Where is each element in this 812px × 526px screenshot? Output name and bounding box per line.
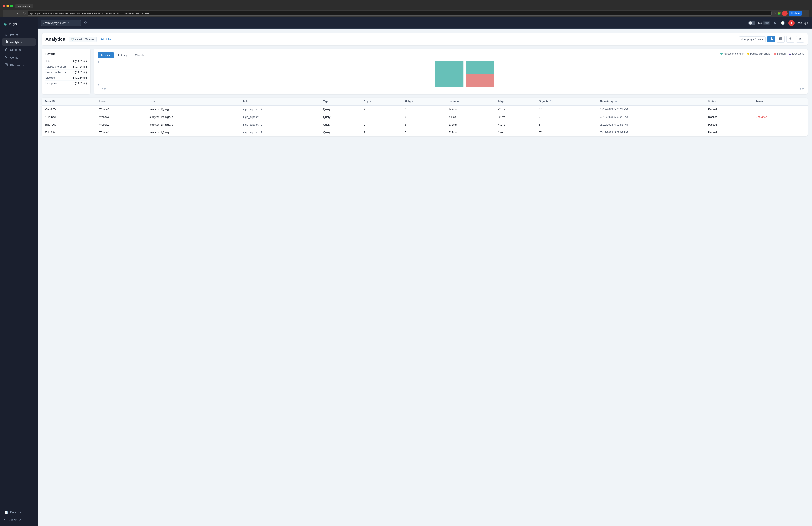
sidebar-item-playground[interactable]: Playground (2, 61, 36, 69)
col-header-status: Status (706, 98, 753, 105)
page-title: Analytics (45, 37, 65, 42)
sidebar-item-schema[interactable]: Schema (2, 46, 36, 54)
sidebar-docs-link[interactable]: 📄 Docs ↗ (2, 509, 36, 516)
browser-user-avatar: T (782, 11, 787, 16)
cell-user[interactable]: skreytor+1@inigo.io (147, 129, 240, 137)
time-filter-label: • Past 5 Minutes (75, 38, 94, 41)
cell-objects: 67 (536, 129, 597, 137)
details-label-blocked: Blocked (45, 76, 55, 79)
table-view-button[interactable] (777, 36, 785, 43)
nav-back-button[interactable]: ‹ (17, 12, 18, 15)
sidebar-slack-link[interactable]: Slack ↗ (2, 516, 36, 523)
nav-forward-button[interactable]: › (20, 12, 21, 15)
cell-trace-id[interactable]: f1826bdd (42, 113, 97, 121)
cell-trace-id[interactable]: 37146cfa (42, 129, 97, 137)
legend-label-exceptions: Exceptions (792, 52, 804, 55)
cell-name[interactable]: Wooow2 (97, 121, 147, 129)
svg-rect-16 (770, 38, 770, 40)
cell-height: 5 (402, 113, 446, 121)
table-row[interactable]: 6cbd706a Wooow2 skreytor+1@inigo.io inig… (42, 121, 808, 129)
home-icon: ⌂ (4, 33, 8, 36)
time-filter-button[interactable]: 🕐 • Past 5 Minutes (69, 37, 97, 42)
table-row[interactable]: 37146cfa Wooow1 skreytor+1@inigo.io inig… (42, 129, 808, 137)
cell-objects: 67 (536, 105, 597, 113)
docs-external-icon: ↗ (19, 511, 21, 514)
topbar-settings-button[interactable]: ⚙ (83, 20, 88, 26)
table-row[interactable]: a1e53c2a Wooow3 skreytor+1@inigo.io inig… (42, 105, 808, 113)
col-header-role: Role (240, 98, 320, 105)
details-value-blocked: 1 (0.25/min) (73, 76, 87, 79)
col-header-name: Name (97, 98, 147, 105)
schema-icon (4, 48, 8, 52)
extension-button[interactable]: 🧩 (777, 12, 781, 15)
settings-view-button[interactable] (796, 36, 804, 43)
col-header-user: User (147, 98, 240, 105)
tab-objects[interactable]: Objects (132, 52, 147, 58)
col-header-errors: Errors (753, 98, 808, 105)
legend-dot-passed-errors (747, 53, 749, 55)
legend-dot-passed (721, 53, 723, 55)
cell-height: 5 (402, 129, 446, 137)
cell-latency: < 1ms (446, 113, 495, 121)
traffic-light-red[interactable] (3, 5, 5, 7)
browser-update-button[interactable]: Update (789, 11, 802, 16)
new-tab-button[interactable]: + (33, 3, 39, 9)
cell-timestamp: 05/12/2023, 5:03:28 PM (597, 105, 705, 113)
requests-table: Trace ID Name User Role Type Depth Heigh… (42, 98, 808, 136)
slack-external-icon: ↗ (19, 519, 21, 521)
details-value-passed-errors: 0 (0.00/min) (73, 71, 87, 74)
cell-name[interactable]: Wooow1 (97, 129, 147, 137)
nav-refresh-button[interactable]: ↻ (23, 12, 26, 15)
group-by-button[interactable]: Group by • None ▾ (739, 37, 766, 42)
legend-label-blocked: Blocked (777, 52, 785, 55)
browser-menu-button[interactable]: ⋮ (803, 12, 807, 16)
svg-rect-11 (4, 519, 5, 520)
cell-user[interactable]: skreytor+1@inigo.io (147, 121, 240, 129)
bar-chart-view-button[interactable] (767, 36, 775, 42)
sidebar-item-config[interactable]: Config (2, 54, 36, 61)
cell-trace-id[interactable]: a1e53c2a (42, 105, 97, 113)
download-button[interactable] (786, 36, 794, 43)
add-filter-button[interactable]: + Add Filter (98, 38, 112, 41)
cell-name[interactable]: Wooow3 (97, 105, 147, 113)
table-header-row: Trace ID Name User Role Type Depth Heigh… (42, 98, 808, 105)
traffic-light-green[interactable] (10, 5, 13, 7)
cell-role: inigo_support +2 (240, 129, 320, 137)
topbar-clock-button[interactable]: 🕐 (780, 20, 786, 26)
col-header-timestamp[interactable]: Timestamp ▼ (597, 98, 705, 105)
live-toggle: Live Beta (748, 21, 770, 25)
address-bar[interactable]: app.inigo.io/analytics/chart?service=201… (28, 11, 772, 16)
cell-user[interactable]: skreytor+1@inigo.io (147, 105, 240, 113)
cell-height: 5 (402, 105, 446, 113)
sidebar-item-home[interactable]: ⌂ Home (2, 31, 36, 38)
svg-point-5 (5, 50, 5, 51)
details-title: Details (45, 52, 87, 56)
x-label-end: 17:03 (799, 88, 804, 90)
table-row[interactable]: f1826bdd Wooow2 skreytor+1@inigo.io inig… (42, 113, 808, 121)
service-selector[interactable]: AWSAppsyncTest ▾ (41, 20, 81, 26)
beta-badge: Beta (763, 21, 770, 25)
org-selector-button[interactable]: TestOrg ▾ (796, 21, 809, 25)
traffic-light-yellow[interactable] (6, 5, 9, 7)
cell-trace-id[interactable]: 6cbd706a (42, 121, 97, 129)
svg-rect-30 (466, 74, 494, 87)
cell-timestamp: 05/12/2023, 5:02:04 PM (597, 129, 705, 137)
topbar-refresh-button[interactable]: ↻ (772, 20, 777, 26)
cell-errors: - (753, 105, 808, 113)
legend-blocked: Blocked (774, 52, 785, 55)
sidebar-item-analytics[interactable]: Analytics (2, 39, 36, 46)
cell-name[interactable]: Wooow2 (97, 113, 147, 121)
cell-user[interactable]: skreytor+1@inigo.io (147, 113, 240, 121)
service-selector-chevron: ▾ (68, 21, 69, 25)
cell-timestamp: 05/12/2023, 5:03:22 PM (597, 113, 705, 121)
svg-line-7 (5, 49, 6, 50)
org-name: TestOrg (796, 21, 806, 25)
live-toggle-switch[interactable] (748, 21, 755, 25)
bookmark-button[interactable]: ☆ (773, 12, 776, 15)
tab-timeline[interactable]: Timeline (98, 52, 114, 58)
browser-tab-active[interactable]: app.inigo.io (15, 3, 33, 9)
svg-rect-12 (5, 518, 6, 519)
objects-info-icon[interactable]: ⓘ (550, 100, 552, 103)
col-header-inigo: Inigo (495, 98, 536, 105)
tab-latency[interactable]: Latency (115, 52, 131, 58)
